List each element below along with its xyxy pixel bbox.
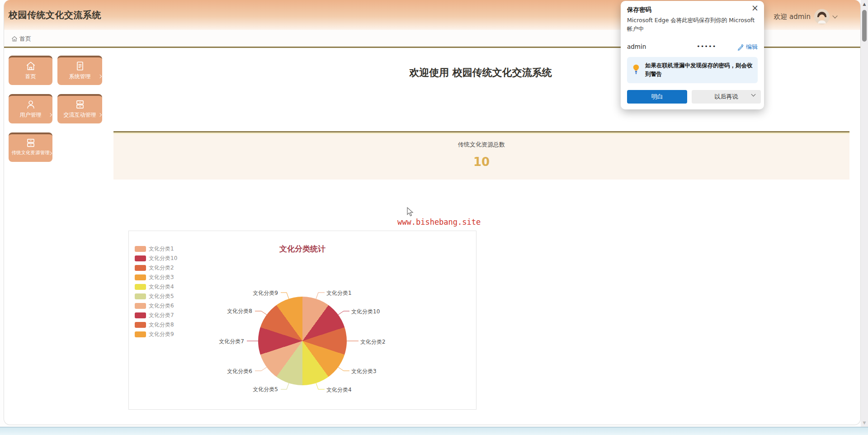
sidebar-item-home[interactable]: 首页 bbox=[9, 56, 52, 85]
chevron-down-icon bbox=[751, 92, 756, 97]
sidebar-item-label: 用户管理 bbox=[9, 111, 52, 119]
pie-slice-label: 文化分类4 bbox=[326, 386, 352, 394]
dialog-title: 保存密码 bbox=[627, 6, 651, 14]
scroll-up-icon[interactable]: ▲ bbox=[861, 2, 868, 6]
legend-item[interactable]: 文化分类2 bbox=[135, 265, 177, 271]
legend-swatch bbox=[135, 331, 146, 337]
legend-swatch bbox=[135, 322, 146, 328]
maybe-later-label: 以后再说 bbox=[715, 93, 738, 101]
legend-item[interactable]: 文化分类1 bbox=[135, 246, 177, 252]
sidebar-item-label: 传统文化资源管理 bbox=[9, 150, 52, 156]
breadcrumb-home-label: 首页 bbox=[19, 35, 31, 43]
pie-slice-label: 文化分类10 bbox=[351, 308, 380, 316]
legend-item[interactable]: 文化分类4 bbox=[135, 284, 177, 290]
legend-item[interactable]: 文化分类8 bbox=[135, 322, 177, 328]
bottom-edge-strip bbox=[0, 427, 868, 435]
legend-item[interactable]: 文化分类3 bbox=[135, 274, 177, 280]
dialog-body-text: Microsoft Edge 会将此密码保存到你的 Microsoft 帐户中 bbox=[627, 16, 757, 33]
pie-slice-label: 文化分类8 bbox=[227, 307, 252, 315]
breadcrumb[interactable]: 首页 bbox=[11, 35, 31, 43]
legend-swatch bbox=[135, 293, 146, 299]
sidebar-item-label: 首页 bbox=[9, 73, 52, 80]
tip-text: 如果在联机泄漏中发现保存的密码，则会收到警告 bbox=[645, 61, 753, 79]
user-greeting: 欢迎 admin bbox=[774, 13, 811, 21]
saved-username: admin bbox=[627, 43, 646, 50]
save-password-dialog: × 保存密码 Microsoft Edge 会将此密码保存到你的 Microso… bbox=[621, 1, 764, 109]
lightbulb-icon bbox=[632, 64, 640, 76]
close-icon[interactable]: × bbox=[751, 3, 759, 13]
legend-swatch bbox=[135, 312, 146, 318]
pie-chart[interactable] bbox=[258, 297, 347, 385]
sidebar-item-culture-resource-management[interactable]: 传统文化资源管理 bbox=[9, 132, 52, 162]
legend-item[interactable]: 文化分类6 bbox=[135, 303, 177, 309]
sidebar-item-system-management[interactable]: 系统管理 bbox=[57, 56, 102, 85]
watermark-text: www.bishebang.site bbox=[397, 218, 481, 227]
edit-label: 编辑 bbox=[746, 43, 758, 51]
mouse-cursor bbox=[407, 207, 415, 217]
drawers-icon bbox=[57, 99, 102, 111]
pie-slice-label: 文化分类6 bbox=[227, 368, 252, 375]
scrollbar-thumb[interactable] bbox=[862, 10, 867, 42]
got-it-button[interactable]: 明白 bbox=[627, 90, 687, 104]
chart-legend: 文化分类1 文化分类10 文化分类2 文化分类3 文化分类4 文化分类5 文化分… bbox=[135, 246, 177, 337]
legend-swatch bbox=[135, 265, 146, 271]
sidebar-item-label: 系统管理 bbox=[57, 73, 102, 80]
drawers-icon bbox=[9, 137, 52, 149]
legend-swatch bbox=[135, 274, 146, 280]
document-icon bbox=[57, 61, 102, 72]
pie-chart-card: 文化分类统计 文化分类1 文化分类10 文化分类2 文化分类3 文化分类4 文化… bbox=[128, 231, 476, 410]
breach-warning-tip: 如果在联机泄漏中发现保存的密码，则会收到警告 bbox=[627, 57, 758, 83]
maybe-later-button[interactable]: 以后再说 bbox=[692, 90, 761, 104]
user-menu[interactable]: 欢迎 admin bbox=[774, 9, 837, 25]
legend-item[interactable]: 文化分类10 bbox=[135, 255, 177, 261]
sidebar-item-user-management[interactable]: 用户管理 bbox=[9, 94, 52, 123]
stat-value: 10 bbox=[113, 155, 849, 169]
pie-slice-label: 文化分类2 bbox=[360, 338, 386, 346]
pie-slice-label: 文化分类9 bbox=[253, 289, 278, 297]
masked-password: ••••• bbox=[697, 43, 716, 50]
legend-swatch bbox=[135, 255, 146, 261]
sidebar-item-interaction-management[interactable]: 交流互动管理 bbox=[57, 94, 102, 123]
page-title: 校园传统文化交流系统 bbox=[9, 9, 101, 21]
pie-slice-label: 文化分类1 bbox=[326, 289, 352, 297]
vertical-scrollbar[interactable]: ▲ ▼ bbox=[861, 0, 868, 427]
legend-item[interactable]: 文化分类5 bbox=[135, 293, 177, 299]
screen: 校园传统文化交流系统 欢迎 admin 首页 首页 系统管理 用户管理 bbox=[0, 0, 868, 435]
pie-slice-label: 文化分类3 bbox=[351, 368, 377, 375]
legend-swatch bbox=[135, 284, 146, 290]
sidebar-item-label: 交流互动管理 bbox=[57, 111, 102, 119]
stat-label: 传统文化资源总数 bbox=[113, 141, 849, 149]
pie-slice-label: 文化分类5 bbox=[253, 386, 278, 393]
legend-swatch bbox=[135, 246, 146, 252]
home-icon bbox=[9, 61, 52, 72]
chevron-down-icon bbox=[832, 13, 837, 18]
home-icon bbox=[11, 36, 18, 42]
pencil-icon bbox=[737, 44, 744, 51]
avatar[interactable] bbox=[814, 9, 830, 24]
chart-title: 文化分类统计 bbox=[129, 244, 476, 254]
stat-card: 传统文化资源总数 10 bbox=[113, 131, 849, 180]
legend-item[interactable]: 文化分类9 bbox=[135, 331, 177, 337]
user-icon bbox=[9, 99, 52, 111]
edit-password-link[interactable]: 编辑 bbox=[737, 43, 758, 51]
legend-item[interactable]: 文化分类7 bbox=[135, 312, 177, 318]
legend-swatch bbox=[135, 303, 146, 309]
scroll-down-icon[interactable]: ▼ bbox=[861, 421, 868, 425]
pie-slice-label: 文化分类7 bbox=[219, 338, 244, 345]
